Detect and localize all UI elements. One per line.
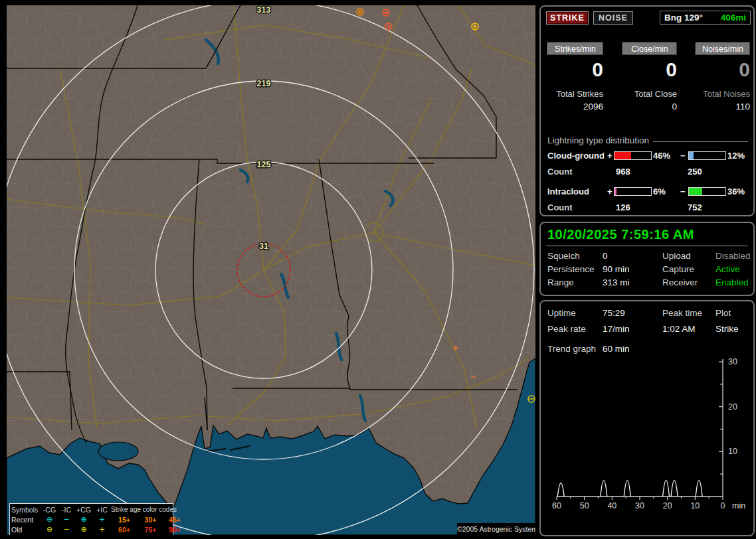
ic-positive-bar — [614, 187, 652, 196]
strike-mode-button[interactable]: STRIKE — [546, 11, 589, 25]
ring-label-219: 219 — [257, 79, 271, 88]
distribution-section-title: Lightning type distribution — [547, 135, 748, 145]
receiver-value: Enabled — [715, 277, 749, 287]
session-trend-panel: Uptime 75:29 Peak time Plot Peak rate 17… — [539, 300, 755, 536]
x-tick-label: 20 — [663, 501, 672, 510]
plus-sign: + — [607, 151, 613, 161]
legend-header-symbols: Symbols — [11, 506, 41, 514]
ic-negative-pct: 36% — [727, 187, 745, 196]
legend-header-neg-ic: -IC — [58, 506, 74, 514]
age-45: 45+ — [163, 516, 186, 524]
bearing-value: Bng 129° — [664, 13, 703, 23]
cloud-ground-count-row: Count 968 250 — [541, 167, 756, 177]
range-value: 313 mi — [603, 277, 630, 287]
age-15: 15+ — [111, 516, 138, 524]
age-90: 90+ — [163, 526, 186, 534]
lake-pontchartrain — [98, 442, 138, 461]
trend-peak — [601, 481, 607, 497]
bearing-range-value: 406mi — [721, 13, 746, 23]
count-label: Count — [547, 202, 573, 212]
close-per-min-label: Close/min — [622, 42, 677, 55]
trend-peak — [663, 481, 670, 497]
plus-sign: + — [607, 187, 613, 196]
x-axis-unit: min — [732, 501, 745, 510]
strike-marker-+CG — [357, 9, 363, 15]
count-label: Count — [547, 167, 573, 177]
cg-positive-pct: 46% — [653, 151, 670, 161]
upload-value: Disabled — [715, 251, 751, 261]
strike-marker-+CG — [385, 23, 392, 30]
ic-negative-count: 752 — [688, 202, 702, 212]
persistence-label: Persistence — [547, 264, 595, 274]
range-label: Range — [547, 277, 574, 287]
noises-per-min-value: 0 — [696, 58, 750, 81]
neg-ic-old-icon: − — [58, 525, 74, 534]
receiver-label: Receiver — [662, 277, 698, 287]
age-30: 30+ — [138, 516, 163, 524]
chart-axes — [557, 359, 723, 497]
map-svg: 31 125 219 313 — [7, 5, 535, 535]
trend-peak — [557, 483, 564, 497]
receiver-status-panel: 10/20/2025 7:59:16 AM Squelch 0 Upload D… — [539, 222, 755, 296]
trend-peak — [696, 481, 702, 497]
uptime-value: 75:29 — [603, 308, 625, 318]
neg-cg-old-icon: ⊖ — [41, 525, 58, 534]
cg-positive-bar — [614, 151, 652, 160]
bearing-readout: Bng 129° 406mi — [660, 11, 751, 25]
divider — [546, 246, 748, 246]
total-close-label: Total Close — [622, 89, 677, 99]
noise-mode-button[interactable]: NOISE — [593, 11, 633, 25]
persistence-value: 90 min — [603, 264, 630, 274]
ring-label-31: 31 — [259, 242, 268, 251]
distribution-title-text: Lightning type distribution — [547, 135, 649, 145]
datetime-display: 10/20/2025 7:59:16 AM — [547, 227, 694, 242]
peak-time-label: Peak time — [662, 308, 702, 318]
y-tick-label: 30 — [728, 357, 737, 366]
plot-value: Strike — [715, 324, 739, 334]
y-tick-label: 10 — [728, 447, 737, 456]
cg-negative-count: 250 — [688, 167, 702, 177]
peak-time-value: 1:02 AM — [662, 324, 696, 334]
cloud-ground-row: Cloud-ground + 46% − 12% — [541, 151, 756, 161]
cg-negative-pct: 12% — [727, 151, 745, 161]
minus-sign: − — [680, 151, 686, 161]
strike-stats-panel: STRIKE NOISE Bng 129° 406mi Strikes/min … — [539, 5, 755, 216]
intracloud-label: Intracloud — [547, 187, 589, 196]
close-per-min-value: 0 — [622, 58, 677, 81]
strikes-per-min-label: Strikes/min — [547, 42, 603, 55]
total-noises-value: 110 — [696, 102, 750, 112]
x-tick-label: 60 — [552, 501, 561, 510]
cg-positive-count: 968 — [616, 167, 630, 177]
squelch-value: 0 — [603, 251, 608, 261]
ring-label-125: 125 — [257, 160, 271, 169]
legend-header-age: Strike age color codes — [111, 506, 186, 513]
strike-marker-+CG — [383, 9, 389, 16]
total-strikes-value: 2096 — [547, 102, 603, 112]
minus-sign: − — [680, 187, 686, 196]
age-60: 60+ — [111, 526, 138, 534]
peak-rate-value: 17/min — [603, 324, 630, 334]
total-noises-label: Total Noises — [696, 89, 750, 99]
neg-ic-recent-icon: − — [58, 515, 74, 524]
trend-peak — [624, 481, 630, 497]
upload-label: Upload — [662, 251, 691, 261]
x-tick-label: 40 — [607, 501, 616, 510]
x-tick-label: 0 — [721, 501, 725, 510]
noises-per-min-label: Noises/min — [696, 42, 750, 55]
pos-ic-recent-icon: + — [93, 515, 111, 524]
x-tick-label: 50 — [580, 501, 589, 510]
intracloud-row: Intracloud + 6% − 36% — [541, 187, 756, 197]
plot-label: Plot — [715, 308, 731, 318]
legend-row-old: Old — [11, 526, 41, 534]
capture-label: Capture — [662, 264, 694, 274]
peak-rate-label: Peak rate — [547, 324, 586, 334]
intracloud-count-row: Count 126 752 — [541, 202, 756, 213]
total-strikes-label: Total Strikes — [547, 89, 603, 99]
legend-header-neg-cg: -CG — [41, 506, 58, 514]
uptime-label: Uptime — [547, 308, 576, 318]
ic-positive-pct: 6% — [653, 187, 666, 196]
ring-label-313: 313 — [257, 5, 271, 15]
map-canvas[interactable]: 31 125 219 313 Symbols -CG -IC +CG +IC S… — [7, 5, 535, 535]
age-75: 75+ — [138, 526, 163, 534]
trend-peak — [671, 481, 678, 497]
